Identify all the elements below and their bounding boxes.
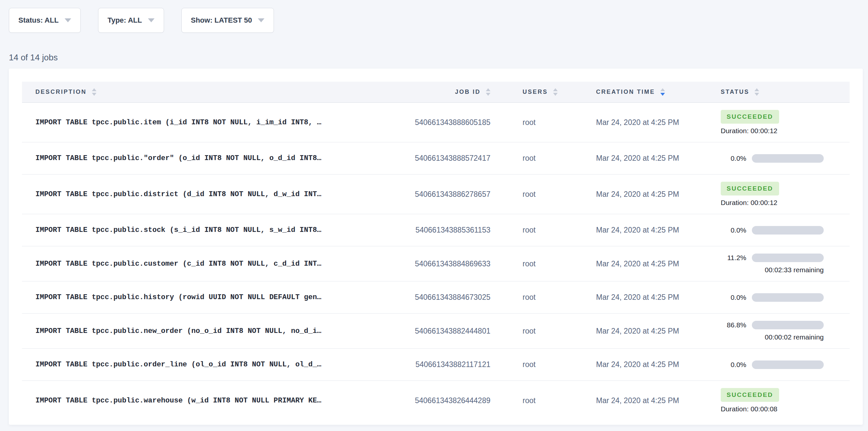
job-user: root <box>490 327 589 336</box>
header-cell-status[interactable]: STATUS <box>710 88 849 96</box>
status-succeeded: SUCCEEDED Duration: 00:00:12 <box>721 182 849 207</box>
status-duration: Duration: 00:00:12 <box>721 127 849 135</box>
jobs-table-card: DESCRIPTION JOB ID USERS CREATION TIME S… <box>9 68 863 425</box>
job-creation-time: Mar 24, 2020 at 4:25 PM <box>589 360 710 369</box>
chevron-down-icon <box>258 19 265 22</box>
job-user: root <box>490 259 589 268</box>
header-cell-creation-time[interactable]: CREATION TIME <box>589 88 710 96</box>
job-user: root <box>490 190 589 199</box>
jobs-count-summary: 14 of 14 jobs <box>9 53 868 63</box>
sort-asc-icon <box>660 88 665 91</box>
job-status-cell: 0.0% <box>710 154 849 163</box>
progress-line: 0.0% <box>721 293 849 302</box>
job-id: 540661343882117121 <box>382 360 490 369</box>
progress-bar <box>752 293 824 302</box>
job-description: IMPORT TABLE tpcc.public.item (i_id INT8… <box>22 118 382 127</box>
table-row: IMPORT TABLE tpcc.public.customer (c_id … <box>22 246 849 281</box>
status-filter-dropdown[interactable]: Status: ALL <box>9 8 81 33</box>
header-cell-description[interactable]: DESCRIPTION <box>22 88 382 96</box>
job-creation-time: Mar 24, 2020 at 4:25 PM <box>589 118 710 127</box>
job-user: root <box>490 396 589 405</box>
progress-percent: 0.0% <box>721 154 746 162</box>
job-creation-time: Mar 24, 2020 at 4:25 PM <box>589 226 710 235</box>
chevron-down-icon <box>65 19 71 22</box>
status-progress: 11.2% 00:02:33 remaining <box>721 253 849 274</box>
sort-asc-icon <box>486 88 490 91</box>
status-progress: 86.8% 00:00:02 remaining <box>721 321 849 341</box>
table-row: IMPORT TABLE tpcc.public.new_order (no_o… <box>22 314 849 349</box>
sort-control[interactable] <box>660 88 665 96</box>
type-filter-dropdown[interactable]: Type: ALL <box>98 8 164 33</box>
progress-bar <box>752 154 824 163</box>
status-progress: 0.0% <box>721 361 849 369</box>
header-label: JOB ID <box>455 89 480 95</box>
type-filter-label: Type: ALL <box>107 16 142 25</box>
sort-control[interactable] <box>754 88 759 96</box>
job-status-cell: 0.0% <box>710 226 849 235</box>
progress-line: 0.0% <box>721 226 849 235</box>
status-succeeded: SUCCEEDED Duration: 00:00:08 <box>721 388 849 413</box>
job-description: IMPORT TABLE tpcc.public.customer (c_id … <box>22 260 382 268</box>
chevron-down-icon <box>148 19 155 22</box>
status-progress: 0.0% <box>721 293 849 302</box>
table-row: IMPORT TABLE tpcc.public.history (rowid … <box>22 281 849 314</box>
job-id: 540661343888572417 <box>382 154 490 163</box>
show-filter-dropdown[interactable]: Show: LATEST 50 <box>181 8 274 33</box>
job-creation-time: Mar 24, 2020 at 4:25 PM <box>589 327 710 336</box>
job-creation-time: Mar 24, 2020 at 4:25 PM <box>589 396 710 405</box>
job-description: IMPORT TABLE tpcc.public.district (d_id … <box>22 190 382 198</box>
status-badge: SUCCEEDED <box>721 110 779 124</box>
job-id: 540661343884673025 <box>382 293 490 302</box>
progress-line: 86.8% <box>721 321 849 329</box>
progress-bar <box>752 226 824 235</box>
job-id: 540661343882444801 <box>382 327 490 336</box>
progress-percent: 11.2% <box>721 254 746 262</box>
job-description: IMPORT TABLE tpcc.public.history (rowid … <box>22 293 382 302</box>
progress-line: 11.2% <box>721 253 849 262</box>
job-status-cell: 0.0% <box>710 293 849 302</box>
progress-line: 0.0% <box>721 361 849 369</box>
table-row: IMPORT TABLE tpcc.public.item (i_id INT8… <box>22 103 849 142</box>
job-id: 540661343884869633 <box>382 259 490 268</box>
progress-bar <box>752 253 824 262</box>
status-succeeded: SUCCEEDED Duration: 00:00:12 <box>721 110 849 135</box>
sort-desc-icon <box>92 93 96 96</box>
sort-control[interactable] <box>486 88 490 96</box>
header-label: USERS <box>523 89 548 95</box>
header-cell-job-id[interactable]: JOB ID <box>382 88 490 96</box>
table-row: IMPORT TABLE tpcc.public.order_line (ol_… <box>22 349 849 381</box>
table-body: IMPORT TABLE tpcc.public.item (i_id INT8… <box>22 103 849 420</box>
progress-percent: 86.8% <box>721 321 746 329</box>
status-badge: SUCCEEDED <box>721 182 779 195</box>
job-status-cell: SUCCEEDED Duration: 00:00:12 <box>710 182 849 207</box>
sort-asc-icon <box>553 88 558 91</box>
job-id: 540661343885361153 <box>382 226 490 235</box>
sort-control[interactable] <box>92 88 96 96</box>
progress-percent: 0.0% <box>721 226 746 234</box>
header-label: CREATION TIME <box>596 89 655 95</box>
sort-desc-icon <box>486 93 490 96</box>
job-id: 540661343826444289 <box>382 396 490 405</box>
table-row: IMPORT TABLE tpcc.public.warehouse (w_id… <box>22 381 849 420</box>
header-label: DESCRIPTION <box>35 89 87 95</box>
job-user: root <box>490 154 589 163</box>
progress-bar <box>752 361 824 369</box>
table-row: IMPORT TABLE tpcc.public."order" (o_id I… <box>22 142 849 175</box>
progress-line: 0.0% <box>721 154 849 163</box>
job-status-cell: 11.2% 00:02:33 remaining <box>710 253 849 274</box>
job-creation-time: Mar 24, 2020 at 4:25 PM <box>589 259 710 268</box>
table-row: IMPORT TABLE tpcc.public.stock (s_i_id I… <box>22 214 849 246</box>
sort-asc-icon <box>754 88 759 91</box>
sort-desc-icon <box>660 93 665 96</box>
header-cell-users[interactable]: USERS <box>490 88 589 96</box>
job-user: root <box>490 226 589 235</box>
sort-control[interactable] <box>553 88 558 96</box>
sort-asc-icon <box>92 88 96 91</box>
job-id: 540661343888605185 <box>382 118 490 127</box>
job-user: root <box>490 118 589 127</box>
jobs-filter-bar: Status: ALL Type: ALL Show: LATEST 50 <box>0 0 868 33</box>
progress-remaining: 00:02:33 remaining <box>721 266 824 274</box>
status-badge: SUCCEEDED <box>721 388 779 402</box>
job-status-cell: 86.8% 00:00:02 remaining <box>710 321 849 341</box>
sort-desc-icon <box>553 93 558 96</box>
